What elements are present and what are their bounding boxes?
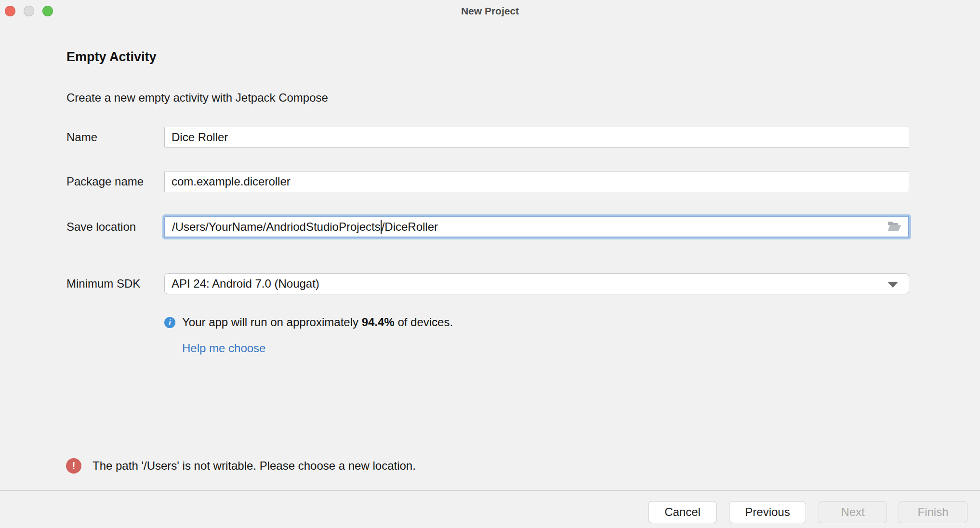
page-title: Empty Activity: [66, 50, 157, 65]
help-me-choose-link[interactable]: Help me choose: [182, 342, 265, 355]
validation-error: ! The path '/Users' is not writable. Ple…: [66, 458, 416, 474]
page-subtitle: Create a new empty activity with Jetpack…: [66, 91, 328, 105]
minimum-sdk-dropdown[interactable]: API 24: Android 7.0 (Nougat): [164, 273, 909, 294]
coverage-text-before: Your app will run on approximately: [182, 316, 362, 329]
minimum-sdk-label: Minimum SDK: [66, 273, 140, 294]
package-name-label: Package name: [66, 171, 144, 192]
next-button[interactable]: Next: [819, 501, 887, 523]
error-message: The path '/Users' is not writable. Pleas…: [93, 459, 416, 473]
save-location-value-before-caret: /Users/YourName/AndriodStudioProjects: [172, 220, 381, 234]
name-input[interactable]: [164, 127, 909, 148]
minimum-sdk-selected-value: API 24: Android 7.0 (Nougat): [172, 277, 319, 290]
info-icon: i: [164, 317, 175, 328]
titlebar: New Project: [0, 0, 980, 22]
chevron-down-icon: [887, 282, 898, 288]
save-location-label: Save location: [66, 216, 136, 238]
window-title: New Project: [0, 0, 980, 22]
name-label: Name: [66, 127, 97, 148]
footer-divider: [0, 490, 980, 491]
coverage-percent: 94.4%: [362, 316, 395, 329]
package-name-input[interactable]: [164, 171, 909, 192]
sdk-coverage-note: i Your app will run on approximately 94.…: [164, 316, 453, 329]
previous-button[interactable]: Previous: [729, 501, 806, 523]
browse-folder-button[interactable]: [885, 219, 903, 235]
open-folder-icon: [887, 221, 901, 233]
save-location-input[interactable]: /Users/YourName/AndriodStudioProjects /D…: [164, 216, 909, 238]
error-icon: !: [66, 458, 81, 474]
new-project-dialog: New Project Empty Activity Create a new …: [0, 0, 980, 528]
cancel-button[interactable]: Cancel: [648, 501, 717, 523]
coverage-text-after: of devices.: [395, 316, 453, 329]
save-location-value-after-caret: /DiceRoller: [382, 220, 438, 234]
sdk-coverage-text: Your app will run on approximately 94.4%…: [182, 316, 453, 329]
finish-button[interactable]: Finish: [899, 501, 967, 523]
